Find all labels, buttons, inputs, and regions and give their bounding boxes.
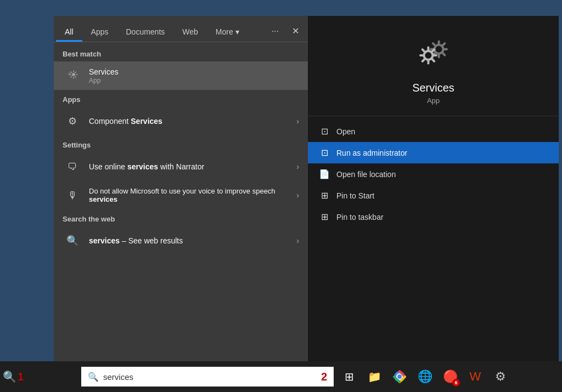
start-menu: All Apps Documents Web More ▾ ··· ✕ Best… — [54, 16, 559, 361]
narrator-title: Use online services with Narrator — [89, 162, 296, 171]
search-icon: 🔍 — [3, 370, 16, 383]
taskbar-num2-badge: 2 — [321, 371, 327, 383]
tab-all[interactable]: All — [56, 22, 82, 42]
taskbar-search-icon: 🔍 — [88, 372, 99, 382]
chrome2-button[interactable]: 🔴 6 — [439, 366, 461, 388]
run-admin-icon: ⊡ — [319, 147, 330, 158]
pin-start-icon: ⊞ — [319, 190, 330, 201]
services-icon — [63, 66, 82, 86]
search-results-panel: All Apps Documents Web More ▾ ··· ✕ Best… — [54, 16, 308, 361]
context-menu: ⊡ Open ⊡ Run as administrator 📄 Open fil… — [308, 116, 559, 232]
svg-line-9 — [442, 43, 444, 45]
task-view-icon: ⊞ — [345, 370, 354, 383]
app-header: Services App — [308, 16, 559, 116]
close-button[interactable]: ✕ — [285, 20, 306, 42]
svg-point-0 — [72, 73, 75, 76]
narrator-icon: 🗨 — [63, 157, 82, 177]
component-services-item[interactable]: ⚙ Component Services › — [54, 107, 308, 135]
app-big-title: Services — [412, 82, 454, 94]
settings-button[interactable]: ⚙ — [490, 366, 512, 388]
search-web-label: Search the web — [54, 209, 308, 226]
speech-title: Do not allow Microsoft to use your voice… — [89, 187, 296, 203]
folder-icon: 📄 — [319, 169, 330, 179]
speech-arrow-icon: › — [296, 191, 299, 200]
app-big-icon — [416, 38, 451, 75]
taskbar-search-bar[interactable]: 🔍 services 2 — [81, 367, 334, 387]
tab-more[interactable]: More ▾ — [207, 22, 248, 42]
narrator-arrow-icon: › — [296, 162, 299, 171]
best-match-item[interactable]: Services App — [54, 61, 308, 90]
run-as-admin-button[interactable]: ⊡ Run as administrator — [308, 142, 559, 163]
chrome2-badge: 6 — [452, 379, 460, 387]
edge-icon: 🌐 — [418, 370, 432, 384]
svg-point-2 — [434, 45, 443, 54]
speech-services-item[interactable]: 🎙 Do not allow Microsoft to use your voi… — [54, 181, 308, 209]
web-search-icon: 🔍 — [63, 231, 82, 251]
arrow-icon: › — [296, 117, 299, 126]
results-list: Best match Services — [54, 42, 308, 361]
settings-section-label: Settings — [54, 135, 308, 152]
task-view-button[interactable]: ⊞ — [338, 366, 360, 388]
svg-line-17 — [432, 59, 434, 61]
svg-line-18 — [432, 49, 434, 51]
office-icon: W — [470, 370, 481, 384]
svg-line-7 — [432, 43, 434, 45]
app-detail-panel: Services App ⊡ Open ⊡ Run as administrat… — [308, 16, 559, 361]
pin-to-start-button[interactable]: ⊞ Pin to Start — [308, 185, 559, 206]
chrome-icon — [393, 370, 406, 383]
taskbar-num1-badge: 1 — [18, 371, 24, 383]
settings-icon: ⚙ — [495, 370, 506, 384]
component-services-title: Component Services — [89, 117, 296, 126]
tab-apps[interactable]: Apps — [82, 22, 117, 42]
web-search-title: services – See web results — [89, 236, 296, 245]
windows-search-button[interactable]: 🔍 1 — [0, 361, 26, 392]
file-explorer-icon: 📁 — [368, 370, 381, 383]
component-services-icon: ⚙ — [63, 111, 82, 131]
best-match-label: Best match — [54, 44, 308, 61]
file-explorer-button[interactable]: 📁 — [363, 366, 385, 388]
taskbar-search-text: services — [103, 372, 321, 382]
svg-point-11 — [424, 51, 432, 60]
web-search-item[interactable]: 🔍 services – See web results › — [54, 226, 308, 255]
svg-line-19 — [422, 59, 424, 61]
speech-icon: 🎙 — [63, 185, 82, 205]
more-options-button[interactable]: ··· — [265, 21, 285, 42]
taskbar: 🔍 1 🔍 services 2 ⊞ 📁 🌐 — [0, 361, 562, 392]
apps-section-label: Apps — [54, 90, 308, 107]
edge-button[interactable]: 🌐 — [414, 366, 436, 388]
open-icon: ⊡ — [319, 126, 330, 137]
taskbar-icons: ⊞ 📁 🌐 🔴 6 W ⚙ — [338, 366, 512, 388]
search-tabs: All Apps Documents Web More ▾ ··· ✕ — [54, 16, 308, 42]
open-file-location-button[interactable]: 📄 Open file location — [308, 163, 559, 185]
best-match-title: Services — [89, 67, 299, 76]
svg-point-22 — [397, 374, 402, 379]
svg-line-8 — [442, 53, 444, 55]
tab-web[interactable]: Web — [173, 22, 207, 42]
best-match-subtitle: App — [89, 77, 299, 84]
web-search-arrow-icon: › — [296, 236, 299, 245]
svg-line-16 — [422, 49, 424, 51]
office-button[interactable]: W — [464, 366, 486, 388]
chrome-button[interactable] — [389, 366, 411, 388]
tab-documents[interactable]: Documents — [117, 22, 173, 42]
pin-to-taskbar-button[interactable]: ⊞ Pin to taskbar — [308, 206, 559, 228]
pin-taskbar-icon: ⊞ — [319, 212, 330, 222]
open-button[interactable]: ⊡ Open — [308, 121, 559, 142]
svg-point-1 — [69, 73, 70, 75]
app-big-subtitle: App — [427, 96, 440, 105]
narrator-services-item[interactable]: 🗨 Use online services with Narrator › — [54, 152, 308, 181]
